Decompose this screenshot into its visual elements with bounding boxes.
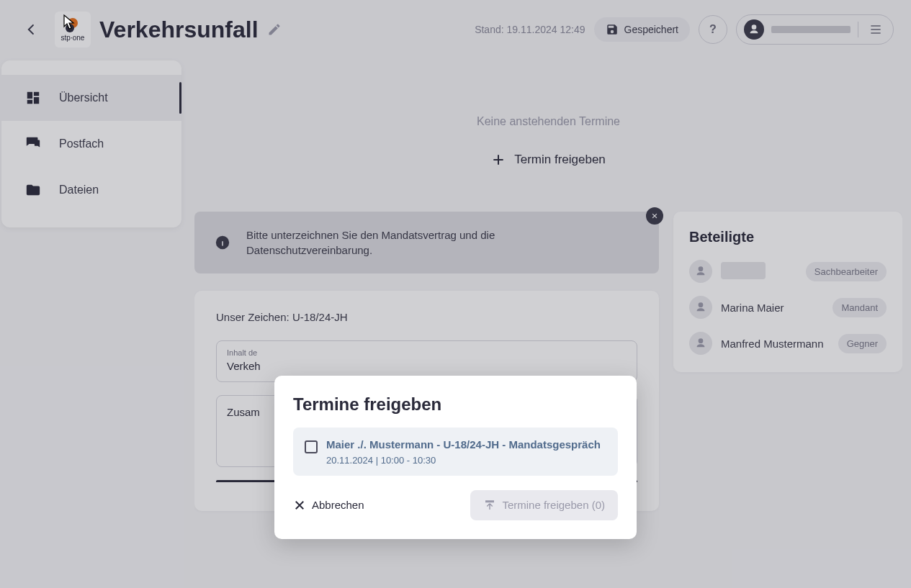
appointment-item[interactable]: Maier ./. Mustermann - U-18/24-JH - Mand… xyxy=(293,428,618,476)
close-icon xyxy=(293,499,306,512)
confirm-release-button[interactable]: Termine freigeben (0) xyxy=(470,490,618,520)
cancel-button[interactable]: Abbrechen xyxy=(293,499,364,512)
cancel-label: Abbrechen xyxy=(312,499,364,511)
modal-title: Termine freigeben xyxy=(293,394,618,415)
appointment-time: 20.11.2024 | 10:00 - 10:30 xyxy=(326,455,601,466)
confirm-label: Termine freigeben (0) xyxy=(502,499,605,511)
publish-icon xyxy=(483,499,496,512)
release-appointments-modal: Termine freigeben Maier ./. Mustermann -… xyxy=(274,376,637,539)
appointment-checkbox[interactable] xyxy=(305,440,318,453)
appointment-title: Maier ./. Mustermann - U-18/24-JH - Mand… xyxy=(326,438,601,452)
